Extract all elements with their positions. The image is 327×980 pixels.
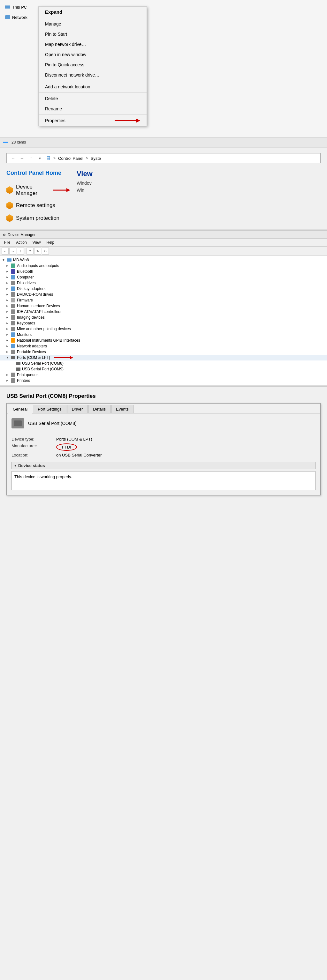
properties-red-arrow — [115, 119, 140, 123]
display-icon — [11, 286, 16, 291]
dm-menu-view[interactable]: View — [30, 239, 43, 246]
context-menu-properties[interactable]: Properties — [39, 116, 147, 126]
back-button[interactable]: ← — [10, 155, 16, 161]
dm-computer[interactable]: ► Computer — [0, 274, 327, 280]
dm-network-adapters[interactable]: ► Network adapters — [0, 343, 327, 349]
dm-firmware[interactable]: ► Firmware — [0, 298, 327, 303]
context-menu-rename[interactable]: Rename — [39, 104, 147, 114]
context-menu-expand[interactable]: Expand — [39, 7, 147, 17]
tb-properties[interactable]: ? — [27, 248, 33, 255]
dm-print-queues[interactable]: ► Print queues — [0, 372, 327, 378]
dm-monitors[interactable]: ► Monitors — [0, 332, 327, 337]
mon-label: Monitors — [17, 332, 32, 337]
dm-display[interactable]: ► Display adapters — [0, 286, 327, 291]
usb-properties-section: USB Serial Port (COM8) Properties Genera… — [0, 386, 327, 502]
manufacturer-ftdi-highlight: FTDI — [56, 444, 77, 451]
pq-expander: ► — [5, 373, 9, 377]
ports-expander: ▼ — [5, 356, 9, 360]
fw-expander: ► — [5, 298, 9, 302]
dm-com9[interactable]: USB Serial Port (COM9) — [0, 366, 327, 372]
context-menu-delete[interactable]: Delete — [39, 94, 147, 104]
context-menu-manage[interactable]: Manage — [39, 19, 147, 29]
tab-general[interactable]: General — [8, 405, 32, 414]
context-menu-disconnect-network[interactable]: Disconnect network drive… — [39, 70, 147, 80]
ports-icon — [11, 355, 16, 360]
ni-expander: ► — [5, 339, 9, 342]
port-expander: ► — [5, 350, 9, 354]
field-value-manufacturer: FTDI — [56, 444, 316, 451]
tb-forward[interactable]: → — [9, 248, 16, 255]
dm-com8[interactable]: USB Serial Port (COM8) — [0, 361, 327, 366]
dm-menu-help[interactable]: Help — [44, 239, 57, 246]
context-menu-open-new-window[interactable]: Open in new window — [39, 49, 147, 60]
pc-icon — [5, 5, 10, 10]
tb-scan[interactable]: ↻ — [42, 248, 49, 255]
tab-port-settings[interactable]: Port Settings — [33, 405, 66, 413]
props-content: USB Serial Port (COM8) Device type: Port… — [7, 414, 320, 495]
dm-bluetooth[interactable]: ► Bluetooth — [0, 269, 327, 274]
tb-up[interactable]: ↑ — [17, 248, 24, 255]
context-menu-pin-quick-access[interactable]: Pin to Quick access — [39, 60, 147, 70]
context-menu: Expand Manage Pin to Start Map network d… — [38, 6, 147, 126]
dm-menu-bar: File Action View Help — [0, 239, 327, 247]
pq-label: Print queues — [17, 372, 38, 377]
dm-audio[interactable]: ► Audio inputs and outputs — [0, 263, 327, 269]
separator-3 — [39, 92, 147, 93]
dm-disk-drives[interactable]: ► Disk drives — [0, 280, 327, 286]
forward-button[interactable]: → — [19, 155, 25, 161]
printers-label: Printers — [17, 379, 30, 383]
cp-device-manager[interactable]: Device Manager — [6, 181, 70, 199]
cp-remote-settings-label: Remote settings — [16, 202, 55, 208]
dm-dvd[interactable]: ► DVD/CD-ROM drives — [0, 291, 327, 298]
dm-portable[interactable]: ► Portable Devices — [0, 349, 327, 355]
tb-update[interactable]: ✎ — [34, 248, 41, 255]
dm-menu-file[interactable]: File — [2, 239, 13, 246]
comp-icon — [11, 275, 16, 280]
field-label-device-type: Device type: — [11, 437, 53, 442]
tab-driver[interactable]: Driver — [67, 405, 88, 413]
cp-system-protection[interactable]: System protection — [6, 212, 70, 224]
com8-label: USB Serial Port (COM8) — [22, 361, 64, 366]
cp-remote-settings[interactable]: Remote settings — [6, 199, 70, 212]
root-computer-icon — [7, 258, 12, 262]
dm-ports[interactable]: ▼ Ports (COM & LPT) — [0, 355, 327, 361]
up-button[interactable]: ↑ — [28, 155, 34, 161]
fw-icon — [11, 298, 16, 303]
dm-imaging[interactable]: ► Imaging devices — [0, 315, 327, 320]
hid-label: Human Interface Devices — [17, 304, 60, 308]
kb-icon — [11, 321, 16, 326]
dm-printers[interactable]: ► Printers — [0, 378, 327, 383]
cp-main-area: View Windov Win — [77, 170, 321, 224]
ide-label: IDE ATA/ATAPI controllers — [17, 309, 61, 314]
breadcrumb-control-panel[interactable]: Control Panel — [58, 156, 83, 161]
tb-back[interactable]: ← — [2, 248, 9, 255]
ports-red-arrow — [54, 356, 73, 359]
tab-details[interactable]: Details — [88, 405, 110, 413]
dm-mice[interactable]: ► Mice and other pointing devices — [0, 326, 327, 332]
cp-home-link[interactable]: Control Panel Home — [6, 170, 70, 177]
context-menu-add-network-location[interactable]: Add a network location — [39, 82, 147, 92]
dm-menu-action[interactable]: Action — [13, 239, 29, 246]
device-manager-window: ⚙ Device Manager File Action View Help ←… — [0, 231, 327, 385]
dvd-label: DVD/CD-ROM drives — [17, 292, 53, 297]
dm-ide[interactable]: ► IDE ATA/ATAPI controllers — [0, 309, 327, 315]
hid-icon — [11, 303, 16, 309]
com9-expander — [11, 367, 14, 371]
breadcrumb-system[interactable]: Syste — [91, 156, 101, 161]
dm-root-item[interactable]: ▼ MB-Win8 — [0, 257, 327, 263]
dm-hid[interactable]: ► Human Interface Devices — [0, 303, 327, 309]
dm-keyboards[interactable]: ► Keyboards — [0, 320, 327, 326]
kb-expander: ► — [5, 321, 9, 325]
tab-events[interactable]: Events — [111, 405, 134, 413]
field-value-device-type: Ports (COM & LPT) — [56, 437, 316, 442]
kb-label: Keyboards — [17, 321, 35, 325]
device-manager-section: ⚙ Device Manager File Action View Help ←… — [0, 230, 327, 385]
context-menu-pin-to-start[interactable]: Pin to Start — [39, 29, 147, 39]
context-menu-map-network-drive[interactable]: Map network drive… — [39, 39, 147, 49]
ide-expander: ► — [5, 310, 9, 313]
disk-expander: ► — [5, 281, 9, 285]
dm-ni-gpib[interactable]: ► National Instruments GPIB Interfaces — [0, 337, 327, 343]
mice-label: Mice and other pointing devices — [17, 327, 71, 331]
address-bar: ← → ↑ ▼ 🖥 > Control Panel > Syste — [6, 153, 321, 163]
mice-expander: ► — [5, 327, 9, 331]
